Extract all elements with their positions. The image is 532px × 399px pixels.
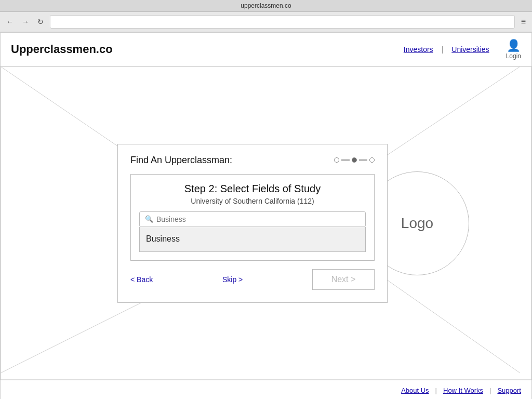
browser-title-bar: upperclassmen.co: [0, 0, 532, 12]
footer-about[interactable]: About Us: [401, 387, 429, 394]
nav-universities[interactable]: Universities: [451, 45, 489, 54]
step-dot-1: [334, 157, 339, 163]
step-dot-2: [352, 157, 357, 163]
logo-label: Logo: [401, 215, 433, 232]
browser-title: upperclassmen.co: [241, 2, 291, 9]
website: Upperclassmen.co Investors | Universitie…: [0, 32, 532, 399]
search-input[interactable]: [156, 215, 360, 223]
site-logo: Upperclassmen.co: [11, 43, 404, 56]
footer-how[interactable]: How It Works: [443, 387, 483, 394]
footer-divider-2: |: [489, 387, 491, 394]
dropdown-result[interactable]: Business: [139, 227, 366, 252]
step-dot-3: [369, 157, 375, 163]
nav-divider: |: [442, 45, 444, 54]
login-button[interactable]: 👤 Login: [506, 39, 521, 60]
card-title: Find An Upperclassman:: [130, 155, 232, 166]
address-input[interactable]: [55, 18, 510, 25]
site-header: Upperclassmen.co Investors | Universitie…: [1, 33, 531, 66]
step-title: Step 2: Select Fields of Study: [139, 183, 366, 195]
find-card: Find An Upperclassman: Step 2: Select Fi…: [117, 144, 388, 303]
menu-button[interactable]: ≡: [519, 16, 528, 28]
footer-divider-1: |: [435, 387, 437, 394]
back-button[interactable]: ←: [4, 17, 16, 27]
step-indicator: [334, 157, 375, 163]
search-icon: 🔍: [145, 215, 153, 223]
back-link[interactable]: < Back: [130, 275, 153, 284]
user-icon: 👤: [507, 39, 521, 52]
search-field[interactable]: 🔍: [139, 211, 366, 227]
footer-support[interactable]: Support: [497, 387, 521, 394]
card-header: Find An Upperclassman:: [130, 155, 375, 166]
site-nav: Investors | Universities 👤 Login: [404, 39, 521, 60]
forward-button[interactable]: →: [20, 17, 31, 27]
site-footer: About Us | How It Works | Support: [1, 380, 531, 399]
step-box: Step 2: Select Fields of Study Universit…: [130, 174, 375, 261]
address-bar[interactable]: [50, 15, 515, 29]
step-line-2: [359, 159, 367, 161]
step-line-1: [341, 159, 350, 161]
next-button[interactable]: Next >: [312, 269, 375, 290]
action-row: < Back Skip > Next >: [130, 269, 375, 290]
step-subtitle: University of Southern California (112): [139, 197, 366, 205]
refresh-button[interactable]: ↻: [35, 17, 46, 27]
result-item: Business: [146, 234, 180, 244]
login-label: Login: [506, 52, 521, 60]
nav-investors[interactable]: Investors: [404, 45, 433, 54]
browser-toolbar: ← → ↻ ≡: [0, 12, 532, 32]
main-content: Find An Upperclassman: Step 2: Select Fi…: [1, 66, 531, 380]
skip-link[interactable]: Skip >: [222, 275, 243, 284]
